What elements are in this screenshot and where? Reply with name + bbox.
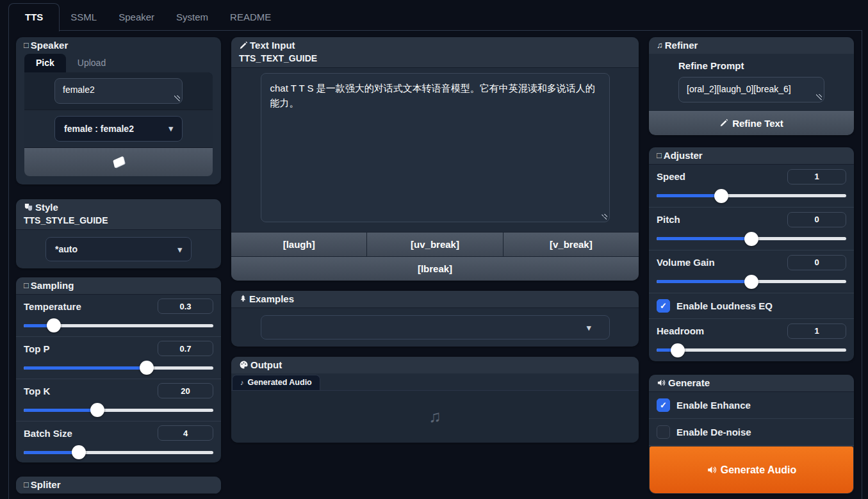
spliter-panel: □ Spliter <box>16 477 221 494</box>
temperature-row: Temperature 0.3 <box>16 295 221 337</box>
refine-text-button[interactable]: Refine Text <box>649 110 854 135</box>
slider-handle[interactable] <box>671 343 685 357</box>
spliter-panel-title: Spliter <box>31 479 61 490</box>
resize-handle-icon[interactable] <box>602 214 607 220</box>
tts-tab-content: □ Speaker Pick Upload female2 female : f… <box>8 30 862 499</box>
temperature-label: Temperature <box>24 301 81 312</box>
checkbox-icon[interactable] <box>657 299 670 313</box>
examples-panel-title: Examples <box>249 293 294 304</box>
enable-enhance-checkbox[interactable]: Enable Enhance <box>649 392 854 419</box>
checkbox-icon[interactable] <box>657 425 670 439</box>
refiner-panel-title: Refiner <box>665 40 698 51</box>
pitch-value-box[interactable]: 0 <box>787 212 846 227</box>
adjuster-panel-icon: □ <box>657 151 662 160</box>
uv-break-token-button[interactable]: [uv_break] <box>367 233 502 256</box>
speed-value-box[interactable]: 1 <box>787 169 846 184</box>
refine-prompt-input[interactable]: [oral_2][laugh_0][break_6] <box>678 77 824 102</box>
volume-gain-label: Volume Gain <box>657 257 715 268</box>
chevron-down-icon: ▾ <box>587 323 591 332</box>
slider-handle[interactable] <box>72 445 86 459</box>
resize-handle-icon[interactable] <box>816 94 822 100</box>
style-panel-header: Style <box>16 199 221 216</box>
tab-tts[interactable]: TTS <box>8 3 60 31</box>
speaker-pick-body: female2 female : female2 ▾ <box>24 72 213 176</box>
speaker-voice-select[interactable]: female : female2 ▾ <box>54 116 183 142</box>
slider-handle[interactable] <box>140 361 154 375</box>
top-k-value-box[interactable]: 20 <box>158 383 213 398</box>
text-body: chat T T S 是一款强大的对话式文本转语音模型。它有中英混读和多说话人的… <box>231 68 639 232</box>
sampling-panel-header: □ Sampling <box>16 277 221 295</box>
slider-handle[interactable] <box>744 232 758 246</box>
style-select-value: *auto <box>55 244 78 254</box>
speaker-tab-pick[interactable]: Pick <box>24 54 66 72</box>
random-speaker-button[interactable] <box>24 147 213 176</box>
generate-panel-title: Generate <box>668 377 710 388</box>
top-p-slider[interactable] <box>24 361 213 375</box>
tab-system[interactable]: System <box>165 4 219 31</box>
style-body: *auto ▾ <box>16 230 221 269</box>
enable-loudness-eq-checkbox[interactable]: Enable Loudness EQ <box>649 293 854 319</box>
speed-slider[interactable] <box>657 189 846 203</box>
speaker-voice-value: female : female2 <box>64 124 134 134</box>
sampling-panel: □ Sampling Temperature 0.3 Top P 0.7 <box>16 277 221 462</box>
batch-size-value-box[interactable]: 4 <box>158 425 213 441</box>
speed-label: Speed <box>657 171 685 182</box>
lbreak-row: [lbreak] <box>231 256 639 281</box>
tts-text-input[interactable]: chat T T S 是一款强大的对话式文本转语音模型。它有中英混读和多说话人的… <box>261 73 610 222</box>
lbreak-token-button[interactable]: [lbreak] <box>231 257 639 281</box>
temperature-value-box[interactable]: 0.3 <box>158 299 213 314</box>
temperature-slider[interactable] <box>24 318 213 332</box>
top-k-row: Top K 20 <box>16 379 221 421</box>
examples-panel-header: Examples <box>231 291 639 308</box>
examples-select[interactable]: ▾ <box>261 315 610 339</box>
headroom-value-box[interactable]: 1 <box>787 323 846 339</box>
speaker-panel: □ Speaker Pick Upload female2 female : f… <box>16 37 221 184</box>
laugh-token-button[interactable]: [laugh] <box>231 233 366 256</box>
volume-gain-slider[interactable] <box>657 275 846 289</box>
examples-panel: Examples ▾ <box>231 291 639 347</box>
volume-gain-value-box[interactable]: 0 <box>787 255 846 270</box>
slider-handle[interactable] <box>744 275 758 289</box>
style-select[interactable]: *auto ▾ <box>45 237 192 261</box>
refine-prompt-value: [oral_2][laugh_0][break_6] <box>687 84 791 94</box>
speaker-audio-icon <box>657 378 666 388</box>
generated-audio-tab[interactable]: ♪ Generated Audio <box>232 375 320 390</box>
output-panel-header: Output <box>231 357 639 373</box>
top-p-value-box[interactable]: 0.7 <box>158 341 213 356</box>
audio-placeholder-area: ♫ <box>231 391 639 443</box>
generate-audio-label: Generate Audio <box>721 464 797 476</box>
speaker-name-block: female2 <box>24 72 213 110</box>
pitch-slider[interactable] <box>657 232 846 246</box>
slider-handle[interactable] <box>714 189 728 203</box>
speaker-name-input[interactable]: female2 <box>54 78 183 104</box>
checkbox-icon[interactable] <box>657 398 670 412</box>
pitch-label: Pitch <box>657 214 680 225</box>
speaker-panel-title: Speaker <box>31 40 68 51</box>
tree-icon <box>239 294 247 304</box>
slider-handle[interactable] <box>90 403 104 417</box>
speaker-tab-upload[interactable]: Upload <box>66 54 117 72</box>
top-p-label: Top P <box>24 343 50 354</box>
tts-text-value: chat T T S 是一款强大的对话式文本转语音模型。它有中英混读和多说话人的… <box>270 83 595 108</box>
tab-ssml[interactable]: SSML <box>60 4 108 31</box>
writing-hand-icon <box>239 41 248 50</box>
enable-denoise-checkbox[interactable]: Enable De-noise <box>649 419 854 446</box>
slider-handle[interactable] <box>47 318 61 332</box>
masks-icon <box>24 202 33 212</box>
headroom-slider[interactable] <box>657 343 846 357</box>
text-input-panel: Text Input TTS_TEXT_GUIDE chat T T S 是一款… <box>231 37 639 281</box>
speaker-select-block: female : female2 ▾ <box>24 110 213 147</box>
batch-size-label: Batch Size <box>24 428 72 439</box>
generate-panel-header: Generate <box>649 375 854 392</box>
generate-audio-button[interactable]: Generate Audio <box>650 446 853 493</box>
sampling-panel-title: Sampling <box>31 280 74 291</box>
top-k-slider[interactable] <box>24 403 213 417</box>
v-break-token-button[interactable]: [v_break] <box>504 233 639 256</box>
tab-speaker[interactable]: Speaker <box>108 4 165 31</box>
headroom-row: Headroom 1 <box>649 319 854 361</box>
batch-size-slider[interactable] <box>24 445 213 459</box>
speaker-audio-icon <box>707 464 717 475</box>
spliter-panel-icon: □ <box>24 480 29 489</box>
resize-handle-icon[interactable] <box>174 95 180 101</box>
tab-readme[interactable]: README <box>219 4 282 31</box>
